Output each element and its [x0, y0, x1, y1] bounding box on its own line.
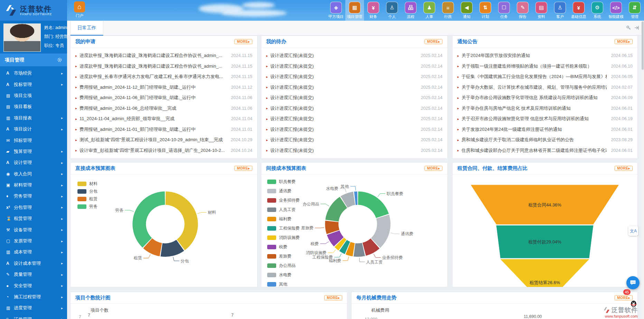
- list-item[interactable]: ▸ 设计进度汇报(未提交) 2025.02.14: [261, 93, 447, 103]
- list-item[interactable]: ▸ 费用报销_admin_2024-11-01_部门经理审批_胡建,_运行中 2…: [71, 124, 257, 135]
- legend-item[interactable]: 劳务: [77, 203, 97, 210]
- top-nav-item[interactable]: ⇵ 管理: [625, 0, 644, 21]
- legend-item[interactable]: 差旅费: [267, 252, 300, 261]
- list-item[interactable]: ▸ 关于发放2024年第24批一级建造师注册证书的通知 2024.06.01: [452, 124, 637, 135]
- scrollbar-thumb[interactable]: [642, 21, 644, 70]
- sidebar-menu-item[interactable]: ⌛ 租赁管理 ▸: [0, 213, 67, 224]
- list-item[interactable]: ▸ 设计进度汇报(未提交) 2025.02.14: [261, 135, 447, 145]
- list-item[interactable]: ▸ 房和城乡建设厅关于取消二级建造师临时执业证书的公告 2023.08.29: [452, 135, 637, 145]
- list-item[interactable]: ▸ 费用报销_admin_2024-11-12_部门经理审批_胡建,_运行中 2…: [71, 82, 257, 93]
- legend-item[interactable]: 人员工资: [267, 205, 300, 214]
- more-button[interactable]: MORE▸: [234, 166, 252, 171]
- top-nav-item[interactable]: 品 流程: [401, 0, 420, 21]
- legend-item[interactable]: 工程保险费: [267, 224, 300, 233]
- sidebar-menu-item[interactable]: ▰ 预算管理 ▸: [0, 146, 67, 157]
- translate-float-button[interactable]: 文A: [628, 226, 638, 236]
- list-item[interactable]: ▸ 关于领取一级注册建造师增项贴的通知（须持一建证书前来领取） 2024.06.…: [452, 61, 637, 72]
- legend-item[interactable]: 消防设施费: [267, 233, 300, 242]
- list-item[interactable]: ▸ 设计进度汇报(未提交) 2025.02.14: [261, 124, 447, 135]
- sidebar-menu-item[interactable]: A 设计管理 ▸: [0, 157, 67, 168]
- legend-item[interactable]: 水电费: [267, 270, 300, 280]
- top-nav-item[interactable]: </> 智能建模: [607, 0, 625, 21]
- legend-item[interactable]: 福利费: [267, 214, 300, 224]
- sidebar-menu-item[interactable]: ▤ 项目立项: [0, 90, 67, 101]
- legend-item[interactable]: 其他: [267, 280, 300, 287]
- sidebar-menu-item[interactable]: ▥ 进度管理 ▸: [0, 302, 67, 313]
- sidebar-menu-item[interactable]: ⚒ 设备管理 ▸: [0, 224, 67, 235]
- sidebar-menu-item[interactable]: ◔ 施工过程管理 ▸: [0, 291, 67, 302]
- legend-item[interactable]: 租赁: [77, 195, 97, 203]
- sidebar-menu-item[interactable]: ▥ 成本管理 ▸: [0, 246, 67, 258]
- list-item[interactable]: ▸ 进度款申报_珠海鹤港口建设_珠海鹤港口建设工程合作协议书_admin_...…: [71, 50, 257, 61]
- more-button[interactable]: MORE▸: [324, 295, 342, 300]
- list-item[interactable]: ▸ 11_2024-11-04_admin_经营部_领导审批__完成 2024.…: [71, 114, 257, 124]
- list-item[interactable]: ▸ 设计进度汇报(未提交) 2025.02.14: [261, 71, 447, 82]
- key-icon[interactable]: [626, 25, 631, 30]
- list-item[interactable]: ▸ 于征集《中国建筑施工行业信息化发展报告（2024）—BIM应用与发展》材料.…: [452, 71, 637, 82]
- sidebar-menu-item[interactable]: A 市场经营 ▸: [0, 68, 67, 79]
- list-item[interactable]: ▸ 关于举办市政公用设施数字化管理信息 系统建设与应用培训班的通知 2024.0…: [452, 93, 637, 103]
- sidebar-menu-item[interactable]: ● 安全管理 ▸: [0, 280, 67, 291]
- list-item[interactable]: ▸ 进度款申报_珠海鹤港口建设_珠海鹤港口建设工程合作协议书_admin_...…: [71, 61, 257, 72]
- more-button[interactable]: MORE▸: [615, 166, 633, 171]
- sidebar-menu-item[interactable]: A 项目设计 ▸: [0, 124, 67, 135]
- gear-icon[interactable]: [57, 57, 62, 62]
- legend-item[interactable]: 办公用品: [267, 261, 300, 270]
- list-item[interactable]: ▸ 关于举办住房与房地产信息化 技术及应用培训班的通知 2024.06.01: [452, 103, 637, 114]
- list-item[interactable]: ▸ 关于2024年国庆节放假安排的通知 2024.06.15: [452, 50, 637, 61]
- legend-item[interactable]: 通讯费: [267, 186, 300, 196]
- top-nav-item[interactable]: ▤ 资料: [532, 0, 551, 21]
- watermark-url[interactable]: www.fanpusoft.com: [603, 314, 638, 318]
- more-button[interactable]: MORE▸: [424, 166, 442, 171]
- chat-float-button[interactable]: [626, 276, 640, 289]
- legend-item[interactable]: 分包: [77, 187, 97, 195]
- legend-item[interactable]: 材料: [77, 180, 97, 187]
- list-item[interactable]: ▸ 设计进度汇报(未提交) 2025.02.14: [261, 145, 447, 156]
- avatar[interactable]: [3, 23, 41, 52]
- sidebar-section-project-management[interactable]: 项目管理: [0, 54, 67, 66]
- top-nav-item[interactable]: ▦ 项目管理: [345, 0, 364, 21]
- more-button[interactable]: MORE▸: [615, 39, 633, 44]
- direct-cost-donut-chart[interactable]: 材料分包租赁劳务: [71, 174, 257, 287]
- top-nav-item[interactable]: ♙ 个人: [383, 0, 401, 21]
- sidebar-menu-item[interactable]: ▤ 项目看板: [0, 101, 67, 112]
- sidebar-menu-item[interactable]: ▥ 项目报表 ▸: [0, 113, 67, 124]
- lease-funnel-chart[interactable]: 租赁合同44.36%租赁付款29.04%租赁结算26.6%: [452, 174, 637, 287]
- sidebar-menu-item[interactable]: ◉ 收入合同 ▸: [0, 168, 67, 180]
- portal-home-button[interactable]: ⌂ 门户: [71, 1, 88, 20]
- list-item[interactable]: ▸ 设计进度汇报(未提交) 2025.02.14: [261, 103, 447, 114]
- top-nav-item[interactable]: ♙ 客户: [551, 0, 569, 21]
- top-nav-item[interactable]: ⇅ 计划: [476, 0, 495, 21]
- top-nav-item[interactable]: ◈ 甲方项目: [327, 0, 345, 21]
- list-item[interactable]: ▸ 住房和城乡建设部办公厅关于同意吉林省开展二级建造师注册证书电子化试点... …: [452, 145, 637, 156]
- tab-daily-work[interactable]: 日常工作: [70, 21, 103, 36]
- sidebar-menu-item[interactable]: x² 分包管理 ▸: [0, 202, 67, 213]
- sidebar-menu-item[interactable]: ▯ 证件管理 ▸: [0, 314, 67, 319]
- top-nav-item[interactable]: ⚙ 系统: [588, 0, 607, 21]
- more-button[interactable]: MORE▸: [234, 39, 252, 44]
- list-item[interactable]: ▸ 设计进度汇报(未提交) 2025.02.14: [261, 61, 447, 72]
- list-item[interactable]: ▸ 设计进度汇报(未提交) 2025.02.14: [261, 82, 447, 93]
- qq-icon[interactable]: [630, 300, 637, 309]
- sidebar-menu-item[interactable]: ▢ 发票管理 ▸: [0, 235, 67, 246]
- list-item[interactable]: ▸ 费用报销_admin_2024-11-06_部门经理审批_胡建,_运行中 2…: [71, 93, 257, 103]
- list-item[interactable]: ▸ 测试_彭祖新城"四馆"景观工程设计项目_2024-10-29_admin_结…: [71, 135, 257, 145]
- list-item[interactable]: ▸ 费用报销_admin_2024-11-06_总经理审批__完成 2024.1…: [71, 103, 257, 114]
- more-button[interactable]: MORE▸: [424, 39, 442, 44]
- sidebar-menu-item[interactable]: ♦ 劳务管理 ▸: [0, 191, 67, 202]
- list-item[interactable]: ▸ 设计进度汇报(未提交) 2025.02.14: [261, 50, 447, 61]
- top-nav-item[interactable]: ¥ 财务: [364, 0, 383, 21]
- list-item[interactable]: ▸ 设计进度汇报(未提交) 2025.02.14: [261, 114, 447, 124]
- collapse-arrow-icon[interactable]: [634, 25, 639, 30]
- sidebar-menu-item[interactable]: ✎ 质量管理 ▸: [0, 269, 67, 280]
- list-item[interactable]: ▸ 关于召开市政公用设施智慧化管理 信息技术与应用培训班的通知 2024.06.…: [452, 114, 637, 124]
- sidebar-menu-item[interactable]: A 设计成本管理 ▸: [0, 258, 67, 269]
- list-item[interactable]: ▸ 进度款申报_长春市伊通河水力发电厂改建工程_长春市伊通河水力发电... 20…: [71, 71, 257, 82]
- top-nav-item[interactable]: ☐ 任务: [495, 0, 513, 21]
- top-nav-item[interactable]: ≡ 行政: [439, 0, 457, 21]
- top-nav-item[interactable]: ✎ 报告: [513, 0, 532, 21]
- sidebar-menu-item[interactable]: A 投标管理 ▸: [0, 79, 67, 90]
- sidebar-menu-item[interactable]: ▣ 材料管理 ▸: [0, 180, 67, 191]
- sidebar-menu-item[interactable]: ✉ 招标管理: [0, 135, 67, 146]
- list-item[interactable]: ▸ 设计审查_彭祖新城"四馆"景观工程设计项目_请选择_胡广生_2024-10-…: [71, 145, 257, 156]
